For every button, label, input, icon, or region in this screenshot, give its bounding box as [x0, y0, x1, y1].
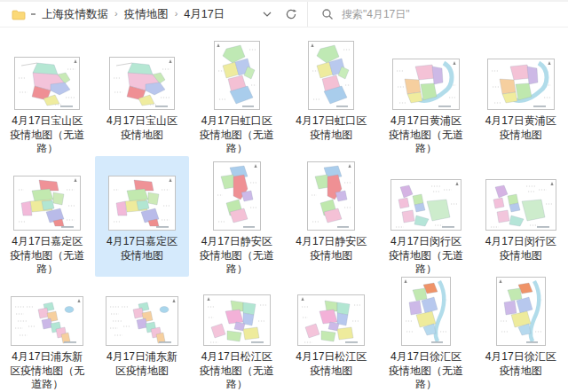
folder-icon — [12, 9, 26, 20]
file-list: 4月17日宝山区疫情地图（无道路） 4月17日宝山区疫情地图 4月17日虹口区疫… — [0, 27, 568, 392]
map-thumbnail-huangpu — [487, 59, 555, 110]
map-thumbnail-songjiang — [297, 294, 365, 346]
file-item[interactable]: 4月17日静安区疫情地图 — [284, 156, 379, 277]
file-name: 4月17日嘉定区疫情地图（无道路） — [6, 235, 88, 277]
chevron-right-icon: › — [114, 8, 118, 19]
file-item[interactable]: 4月17日黄浦区疫情地图 — [473, 32, 568, 156]
file-item[interactable]: 4月17日静安区疫情地图（无道路） — [189, 156, 284, 277]
map-thumbnail-xuhui — [496, 277, 546, 346]
breadcrumb-item[interactable]: 4月17日 — [184, 7, 225, 22]
map-thumbnail-hongkou — [214, 41, 260, 110]
map-thumbnail-minhang — [485, 179, 556, 231]
breadcrumb-item[interactable]: 疫情地图 — [124, 7, 169, 22]
search-input[interactable] — [342, 8, 528, 20]
map-thumbnail-jiading — [13, 176, 81, 231]
file-item[interactable]: 4月17日宝山区疫情地图 — [95, 32, 190, 156]
map-thumbnail-songjiang — [203, 294, 271, 346]
file-name: 4月17日松江区疫情地图（无道路） — [196, 350, 278, 392]
map-thumbnail-baoshan — [109, 57, 175, 110]
file-item[interactable]: 4月17日浦东新区疫情地图（无道路） — [0, 277, 95, 392]
file-item-selected[interactable]: 4月17日嘉定区疫情地图 — [95, 156, 190, 277]
file-name: 4月17日闵行区疫情地图（无道路） — [385, 235, 467, 277]
file-name: 4月17日闵行区疫情地图 — [480, 235, 562, 277]
file-item[interactable]: 4月17日宝山区疫情地图（无道路） — [0, 32, 95, 156]
file-name: 4月17日松江区疫情地图 — [290, 350, 372, 392]
file-item[interactable]: 4月17日闵行区疫情地图 — [473, 156, 568, 277]
file-item[interactable]: 4月17日松江区疫情地图（无道路） — [189, 277, 284, 392]
file-name: 4月17日嘉定区疫情地图 — [101, 235, 183, 277]
file-name: 4月17日黄浦区疫情地图 — [480, 114, 562, 156]
map-thumbnail-pudong — [106, 296, 178, 346]
file-item[interactable]: 4月17日浦东新区疫情地图 — [95, 277, 190, 392]
refresh-icon[interactable] — [285, 8, 297, 20]
search-box — [307, 2, 568, 27]
file-name: 4月17日虹口区疫情地图（无道路） — [196, 114, 278, 156]
map-thumbnail-hongkou — [308, 41, 354, 110]
address-bar[interactable]: 上海疫情数据 › 疫情地图 › 4月17日 — [0, 2, 307, 27]
file-name: 4月17日虹口区疫情地图 — [290, 114, 372, 156]
magnifier-icon — [321, 8, 334, 20]
file-item[interactable]: 4月17日虹口区疫情地图（无道路） — [189, 32, 284, 156]
file-item[interactable]: 4月17日黄浦区疫情地图（无道路） — [379, 32, 474, 156]
file-item[interactable]: 4月17日徐汇区疫情地图（无道路） — [379, 277, 474, 392]
file-item[interactable]: 4月17日闵行区疫情地图（无道路） — [379, 156, 474, 277]
map-thumbnail-jingan — [307, 161, 355, 231]
map-thumbnail-xuhui — [401, 277, 451, 346]
breadcrumb-item[interactable]: 上海疫情数据 — [42, 7, 108, 22]
file-item[interactable]: 4月17日松江区疫情地图 — [284, 277, 379, 392]
map-thumbnail-jingan — [213, 161, 261, 231]
file-explorer-window: 上海疫情数据 › 疫情地图 › 4月17日 — [0, 0, 568, 392]
map-thumbnail-baoshan — [14, 57, 80, 110]
file-name: 4月17日黄浦区疫情地图（无道路） — [385, 114, 467, 156]
file-name: 4月17日徐汇区疫情地图 — [480, 350, 562, 392]
breadcrumb-root-separator — [31, 13, 36, 15]
file-name: 4月17日静安区疫情地图 — [290, 235, 372, 277]
breadcrumb: 上海疫情数据 › 疫情地图 › 4月17日 — [42, 7, 225, 22]
file-name: 4月17日宝山区疫情地图（无道路） — [6, 114, 88, 156]
map-thumbnail-huangpu — [392, 59, 460, 110]
chevron-down-icon[interactable] — [263, 12, 272, 17]
chevron-right-icon: › — [175, 8, 178, 19]
file-name: 4月17日浦东新区疫情地图 — [101, 350, 183, 392]
file-name: 4月17日静安区疫情地图（无道路） — [196, 235, 278, 277]
file-item[interactable]: 4月17日嘉定区疫情地图（无道路） — [0, 156, 95, 277]
file-item[interactable]: 4月17日徐汇区疫情地图 — [473, 277, 568, 392]
map-thumbnail-minhang — [390, 179, 462, 231]
map-thumbnail-pudong — [11, 296, 83, 346]
toolbar: 上海疫情数据 › 疫情地图 › 4月17日 — [0, 0, 568, 27]
file-item[interactable]: 4月17日虹口区疫情地图 — [284, 32, 379, 156]
file-name: 4月17日徐汇区疫情地图（无道路） — [385, 350, 467, 392]
map-thumbnail-jiading — [108, 176, 176, 231]
file-name: 4月17日宝山区疫情地图 — [101, 114, 183, 156]
file-name: 4月17日浦东新区疫情地图（无道路） — [6, 350, 88, 392]
